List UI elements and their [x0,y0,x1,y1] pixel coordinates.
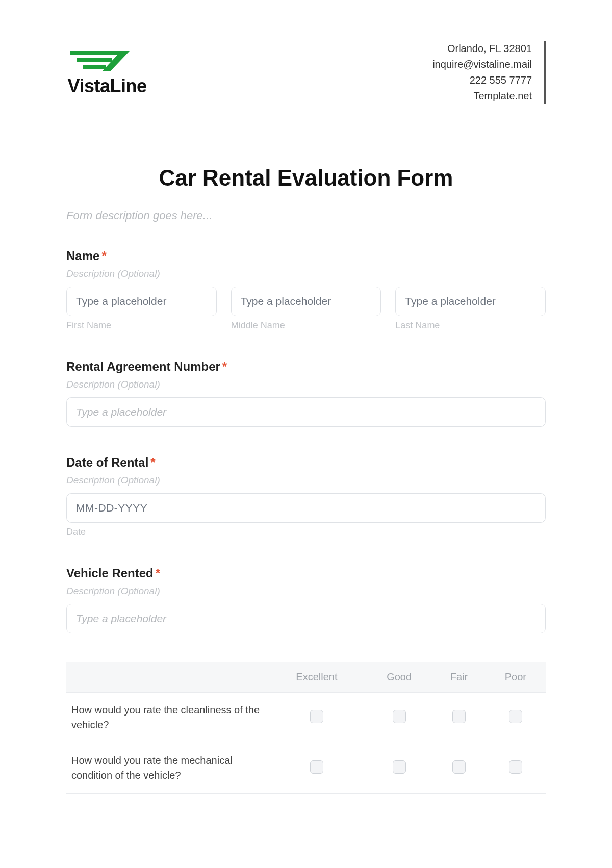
wing-icon [66,48,148,75]
agreement-desc[interactable]: Description (Optional) [66,379,546,390]
form-description[interactable]: Form description goes here... [66,209,546,222]
rating-col-good: Good [366,662,432,693]
required-mark: * [150,455,155,469]
date-label: Date of Rental* [66,455,546,470]
contact-site: Template.net [432,88,532,104]
rating-question: How would you rate the mechanical condit… [66,743,268,794]
date-sublabel: Date [66,527,546,538]
table-row: How would you rate the cleanliness of th… [66,693,546,743]
page-header: VistaLine Orlando, FL 32801 inquire@vist… [66,41,546,104]
agreement-label-text: Rental Agreement Number [66,360,220,373]
field-agreement: Rental Agreement Number* Description (Op… [66,360,546,427]
table-row: How would you rate the mechanical condit… [66,743,546,794]
rating-question: How would you rate the cleanliness of th… [66,693,268,743]
last-name-sublabel: Last Name [395,320,546,331]
name-desc[interactable]: Description (Optional) [66,268,546,279]
checkbox[interactable] [310,760,323,774]
middle-name-sublabel: Middle Name [231,320,381,331]
required-mark: * [156,566,160,580]
svg-rect-1 [76,58,112,62]
vehicle-label: Vehicle Rented* [66,566,546,580]
vehicle-label-text: Vehicle Rented [66,566,154,580]
rating-col-excellent: Excellent [268,662,366,693]
last-name-input[interactable] [395,287,546,316]
date-label-text: Date of Rental [66,455,148,469]
agreement-input[interactable] [66,397,546,427]
contact-address: Orlando, FL 32801 [432,41,532,57]
vehicle-desc[interactable]: Description (Optional) [66,585,546,597]
agreement-label: Rental Agreement Number* [66,360,546,374]
contact-info: Orlando, FL 32801 inquire@vistaline.mail… [432,41,546,104]
first-name-input[interactable] [66,287,217,316]
first-name-sublabel: First Name [66,320,217,331]
date-input[interactable] [66,493,546,523]
checkbox[interactable] [310,710,323,723]
name-label: Name* [66,249,546,263]
vehicle-input[interactable] [66,604,546,633]
rating-col-poor: Poor [486,662,546,693]
rating-table: Excellent Good Fair Poor How would you r… [66,662,546,794]
required-mark: * [222,360,227,373]
rating-header-blank [66,662,268,693]
checkbox[interactable] [509,760,522,774]
field-date: Date of Rental* Description (Optional) D… [66,455,546,538]
middle-name-input[interactable] [231,287,381,316]
checkbox[interactable] [393,760,406,774]
brand-logo: VistaLine [66,48,148,97]
name-label-text: Name [66,249,99,263]
contact-email: inquire@vistaline.mail [432,57,532,72]
field-name: Name* Description (Optional) First Name … [66,249,546,331]
contact-phone: 222 555 7777 [432,72,532,88]
required-mark: * [101,249,106,263]
field-vehicle: Vehicle Rented* Description (Optional) [66,566,546,633]
checkbox[interactable] [452,760,466,774]
checkbox[interactable] [452,710,466,723]
svg-rect-2 [83,65,106,69]
date-desc[interactable]: Description (Optional) [66,475,546,486]
checkbox[interactable] [393,710,406,723]
form-title: Car Rental Evaluation Form [66,165,546,191]
checkbox[interactable] [509,710,522,723]
brand-name: VistaLine [68,75,147,97]
rating-col-fair: Fair [432,662,486,693]
